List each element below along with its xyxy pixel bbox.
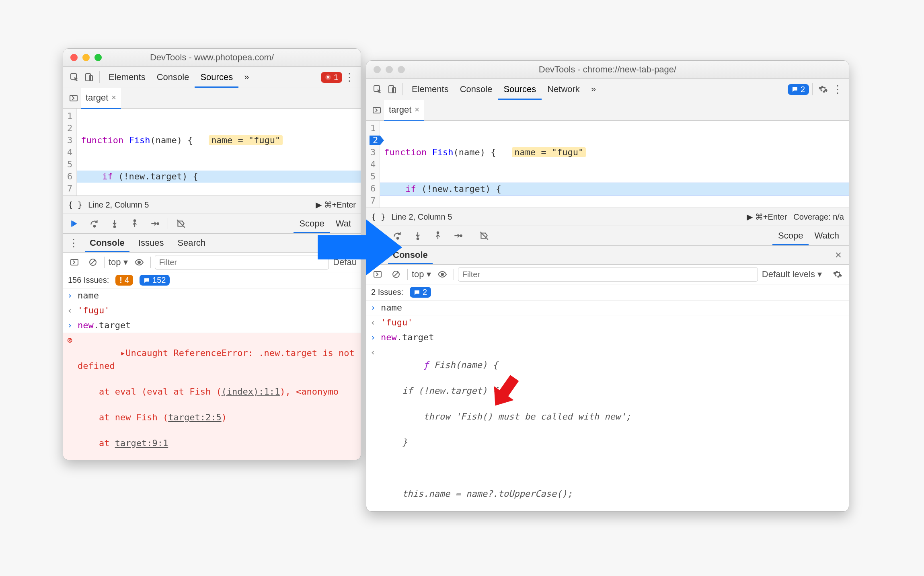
code-editor[interactable]: 1234567 function Fish(name) { name = "fu… xyxy=(63,109,361,195)
svg-point-12 xyxy=(138,261,141,264)
stack-link[interactable]: (index):1:1 xyxy=(222,387,280,397)
window-title: DevTools - chrome://new-tab-page/ xyxy=(366,64,849,75)
device-toolbar-icon[interactable] xyxy=(82,70,96,84)
console-toolbar: top ▾ Defau xyxy=(63,253,361,272)
tab-console[interactable]: Console xyxy=(151,67,195,88)
console-output[interactable]: ƒ Fish(name) { if (!new.target) { throw … xyxy=(381,346,845,512)
device-toolbar-icon[interactable] xyxy=(385,82,399,97)
watch-tab[interactable]: Watch xyxy=(809,226,845,245)
watch-tab[interactable]: Wat xyxy=(330,214,357,233)
console-output: 'fugu' xyxy=(381,316,845,329)
live-expression-icon[interactable] xyxy=(132,255,146,269)
close-icon[interactable]: × xyxy=(835,249,842,261)
step-over-icon[interactable] xyxy=(390,228,405,243)
gear-icon[interactable] xyxy=(816,82,830,97)
close-icon[interactable]: × xyxy=(415,105,419,114)
error-count-badge[interactable]: 1 xyxy=(321,72,342,83)
console-error[interactable]: ⊗ ▸Uncaught ReferenceError: .new.target … xyxy=(63,333,361,460)
traffic-light-close-icon[interactable] xyxy=(70,54,78,61)
toggle-sidebar-icon[interactable] xyxy=(370,267,385,282)
kebab-menu-icon[interactable]: ⋮ xyxy=(66,236,81,250)
clear-console-icon[interactable] xyxy=(86,255,100,269)
context-selector[interactable]: top ▾ xyxy=(412,269,431,280)
step-out-icon[interactable] xyxy=(127,216,142,231)
file-tab-label: target xyxy=(389,105,411,115)
drawer-tab-search[interactable]: Search xyxy=(172,234,210,252)
window-titlebar: DevTools - www.photopea.com/ xyxy=(63,49,361,67)
console-filter-input[interactable] xyxy=(155,255,329,269)
file-tab-target[interactable]: target × xyxy=(384,100,424,121)
tab-sources[interactable]: Sources xyxy=(498,79,542,100)
tab-more[interactable]: » xyxy=(585,79,602,100)
traffic-light-close-icon[interactable] xyxy=(374,66,381,73)
drawer-tab-console[interactable]: Console xyxy=(85,234,129,252)
scope-tab[interactable]: Scope xyxy=(772,226,809,245)
stack-link[interactable]: target:2:5 xyxy=(168,412,221,422)
tab-elements[interactable]: Elements xyxy=(406,79,454,100)
run-snippet-hint: ▶ ⌘+Enter xyxy=(316,200,356,210)
resume-icon[interactable] xyxy=(370,228,385,243)
pretty-print-icon[interactable]: { } xyxy=(371,212,386,222)
file-tab-target[interactable]: target × xyxy=(81,88,121,109)
pretty-print-icon[interactable]: { } xyxy=(68,200,82,210)
context-selector[interactable]: top ▾ xyxy=(109,257,128,267)
traffic-light-zoom-icon[interactable] xyxy=(398,66,405,73)
drawer-tab-console[interactable]: Console xyxy=(388,246,433,264)
deactivate-breakpoints-icon[interactable] xyxy=(174,216,188,231)
tab-more[interactable]: » xyxy=(238,67,255,88)
step-icon[interactable] xyxy=(148,216,162,231)
editor-status-bar: { } Line 2, Column 5 ▶ ⌘+Enter xyxy=(63,195,361,214)
clear-console-icon[interactable] xyxy=(389,267,403,282)
traffic-light-minimize-icon[interactable] xyxy=(386,66,393,73)
step-into-icon[interactable] xyxy=(411,228,425,243)
step-over-icon[interactable] xyxy=(87,216,102,231)
cursor-position: Line 2, Column 5 xyxy=(391,212,452,222)
scope-tab[interactable]: Scope xyxy=(294,214,330,233)
resume-icon[interactable] xyxy=(67,216,82,231)
debugger-toolbar: Scope Wat xyxy=(63,214,361,234)
file-tab-label: target xyxy=(86,93,108,103)
traffic-light-zoom-icon[interactable] xyxy=(94,54,102,61)
gear-icon[interactable] xyxy=(830,267,845,282)
show-navigator-icon[interactable] xyxy=(66,91,81,105)
step-out-icon[interactable] xyxy=(431,228,445,243)
step-icon[interactable] xyxy=(451,228,465,243)
issues-warning-badge: !4 xyxy=(115,275,133,286)
chevron-left-icon: ‹ xyxy=(370,346,381,512)
svg-point-19 xyxy=(417,238,419,239)
issues-summary[interactable]: 2 Issues: 2 xyxy=(366,284,849,300)
stack-link[interactable]: target:9:1 xyxy=(115,438,168,448)
traffic-light-minimize-icon[interactable] xyxy=(82,54,90,61)
file-tabs: target × xyxy=(366,100,849,121)
close-icon[interactable]: × xyxy=(111,93,116,102)
svg-rect-1 xyxy=(86,74,90,81)
kebab-menu-icon[interactable]: ⋮ xyxy=(342,70,357,84)
code-editor[interactable]: 1 2 2 34567 function Fish(name) { name =… xyxy=(366,121,849,208)
svg-point-6 xyxy=(94,225,95,227)
kebab-menu-icon[interactable]: ⋮ xyxy=(370,248,384,262)
tab-network[interactable]: Network xyxy=(542,79,585,100)
issues-count-label: 156 Issues: xyxy=(68,276,109,285)
svg-point-18 xyxy=(397,237,398,239)
tab-sources[interactable]: Sources xyxy=(195,67,238,88)
toggle-sidebar-icon[interactable] xyxy=(67,255,82,269)
issues-summary[interactable]: 156 Issues: !4 152 xyxy=(63,272,361,288)
svg-point-9 xyxy=(157,223,158,224)
line-number-gutter: 1 2 2 34567 xyxy=(366,121,380,208)
step-into-icon[interactable] xyxy=(107,216,122,231)
drawer-tab-issues[interactable]: Issues xyxy=(133,234,169,252)
svg-point-7 xyxy=(114,226,115,227)
feedback-badge[interactable]: 2 xyxy=(788,84,809,95)
run-snippet-hint: ▶ ⌘+Enter xyxy=(747,212,787,222)
tab-console[interactable]: Console xyxy=(454,79,498,100)
log-levels-selector[interactable]: Default levels ▾ xyxy=(762,269,822,280)
live-expression-icon[interactable] xyxy=(435,267,450,282)
show-navigator-icon[interactable] xyxy=(370,103,384,117)
console-filter-input[interactable] xyxy=(458,267,758,282)
tab-elements[interactable]: Elements xyxy=(103,67,151,88)
inspect-element-icon[interactable] xyxy=(370,82,385,97)
deactivate-breakpoints-icon[interactable] xyxy=(477,228,491,243)
log-levels-selector[interactable]: Defau xyxy=(333,257,357,267)
kebab-menu-icon[interactable]: ⋮ xyxy=(830,82,845,97)
inspect-element-icon[interactable] xyxy=(67,70,82,84)
